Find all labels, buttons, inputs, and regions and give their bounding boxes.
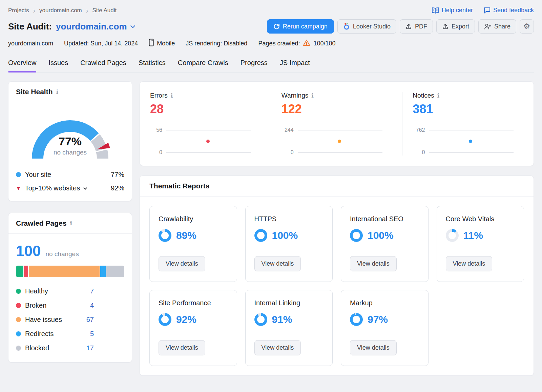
view-details-button[interactable]: View details [350, 340, 397, 355]
tab-progress[interactable]: Progress [241, 59, 268, 72]
speech-bubble-icon [484, 7, 491, 14]
view-details-button[interactable]: View details [159, 256, 205, 271]
broken-dot-icon [16, 303, 21, 308]
report-percent: 89% [176, 230, 196, 241]
bar-segment-have-issues [28, 266, 100, 277]
spark-line [298, 130, 382, 130]
view-details-button[interactable]: View details [254, 340, 301, 355]
upload-icon [442, 23, 449, 30]
info-icon[interactable]: i [437, 92, 439, 99]
breadcrumb-projects[interactable]: Projects [8, 7, 29, 14]
notices-label[interactable]: Notices [413, 92, 434, 99]
legend-broken: Broken 4 [16, 302, 94, 309]
donut-4 [159, 313, 171, 326]
broken-count[interactable]: 4 [90, 302, 94, 309]
legend-have-issues: Have issues 67 [16, 316, 94, 324]
meta-device-label: Mobile [157, 40, 175, 47]
notices-count[interactable]: 381 [413, 102, 523, 116]
have-issues-count[interactable]: 67 [86, 316, 94, 324]
settings-button[interactable]: ⚙ [520, 19, 534, 34]
help-center-link[interactable]: Help center [432, 7, 473, 14]
view-details-button[interactable]: View details [159, 340, 205, 355]
send-feedback-link[interactable]: Send feedback [484, 7, 534, 14]
info-icon[interactable]: i [311, 92, 313, 99]
errors-sparkline: 56 0 [150, 127, 261, 156]
site-health-card: Site Health i 77% no changes [8, 81, 132, 201]
campaign-selector[interactable]: yourdomain.com [56, 21, 133, 32]
healthy-count[interactable]: 7 [90, 287, 94, 295]
warnings-label[interactable]: Warnings [282, 92, 309, 99]
tab-js-impact[interactable]: JS Impact [280, 59, 310, 72]
spark-line [298, 152, 382, 153]
errors-label[interactable]: Errors [150, 92, 168, 99]
donut-3 [446, 229, 459, 242]
bar-segment-broken [23, 266, 28, 277]
export-button[interactable]: Export [436, 19, 475, 34]
spark-line [429, 152, 514, 153]
blocked-dot-icon [16, 346, 21, 351]
warnings-count[interactable]: 122 [282, 102, 392, 116]
blocked-count[interactable]: 17 [86, 344, 94, 352]
warnings-section: Warnings i 122 244 0 [271, 92, 402, 156]
errors-count[interactable]: 28 [150, 102, 261, 116]
report-card-markup: Markup 97% View details [341, 290, 429, 366]
spark-min-label: 0 [150, 149, 162, 156]
spark-max-label: 56 [150, 127, 162, 133]
view-details-button[interactable]: View details [350, 256, 397, 271]
redirects-label: Redirects [25, 330, 54, 338]
pdf-button[interactable]: PDF [400, 19, 433, 34]
crawled-pages-title: Crawled Pages [16, 219, 66, 227]
report-title: HTTPS [254, 215, 324, 223]
healthy-label: Healthy [25, 287, 48, 295]
report-card-crawlability: Crawlability 89% View details [149, 206, 237, 282]
donut-2 [350, 229, 363, 242]
blue-dot-icon [16, 172, 21, 177]
report-title: Site Performance [159, 299, 228, 307]
warning-triangle-icon [303, 39, 310, 48]
report-title: Crawlability [159, 215, 228, 223]
share-button[interactable]: Share [478, 19, 516, 34]
warnings-sparkline: 244 0 [282, 127, 392, 156]
legend-top10-websites[interactable]: ▼ Top-10% websites 92% [16, 184, 124, 192]
redirects-count[interactable]: 5 [90, 330, 94, 338]
tab-issues[interactable]: Issues [48, 59, 68, 72]
site-health-change: no changes [23, 149, 118, 156]
info-icon[interactable]: i [70, 220, 72, 227]
refresh-icon [273, 23, 280, 30]
site-audit-page: Projects › yourdomain.com › Site Audit H… [0, 0, 542, 376]
info-icon[interactable]: i [171, 92, 173, 99]
broken-label: Broken [25, 302, 46, 309]
tab-statistics[interactable]: Statistics [139, 59, 166, 72]
tab-overview[interactable]: Overview [8, 59, 36, 72]
tab-compare-crawls[interactable]: Compare Crawls [178, 59, 228, 72]
your-site-label: Your site [25, 171, 51, 179]
notices-section: Notices i 381 762 0 [402, 92, 534, 156]
spark-min-label: 0 [413, 149, 425, 156]
tab-crawled-pages[interactable]: Crawled Pages [80, 59, 126, 72]
info-icon[interactable]: i [56, 88, 58, 95]
top-links: Help center Send feedback [432, 7, 534, 14]
site-health-title: Site Health [16, 88, 53, 96]
view-details-button[interactable]: View details [446, 256, 493, 271]
top10-value: 92% [111, 184, 124, 192]
chevron-down-icon [83, 186, 87, 189]
donut-6 [350, 313, 363, 326]
your-site-value: 77% [111, 171, 124, 179]
crawled-pages-card: Crawled Pages i 100 no changes Healthy 7 [8, 213, 132, 363]
report-title: Markup [350, 299, 419, 307]
campaign-domain: yourdomain.com [56, 21, 127, 32]
overview-content: Site Health i 77% no changes [8, 81, 534, 376]
pages-crawled-value: 100/100 [313, 40, 335, 47]
looker-studio-button[interactable]: Looker Studio [337, 19, 396, 34]
rerun-campaign-button[interactable]: Rerun campaign [267, 19, 334, 34]
thematic-reports-card: Thematic Reports Crawlability 89% View d… [140, 176, 534, 376]
view-details-button[interactable]: View details [254, 256, 301, 271]
chevron-down-icon [130, 23, 135, 28]
meta-js-rendering: JS rendering: Disabled [186, 40, 247, 47]
spark-max-label: 244 [282, 127, 294, 133]
report-title: Internal Linking [254, 299, 324, 307]
breadcrumb-domain[interactable]: yourdomain.com [39, 7, 82, 14]
donut-0 [159, 229, 171, 242]
errors-section: Errors i 28 56 0 [140, 92, 271, 156]
notices-sparkline: 762 0 [413, 127, 523, 156]
